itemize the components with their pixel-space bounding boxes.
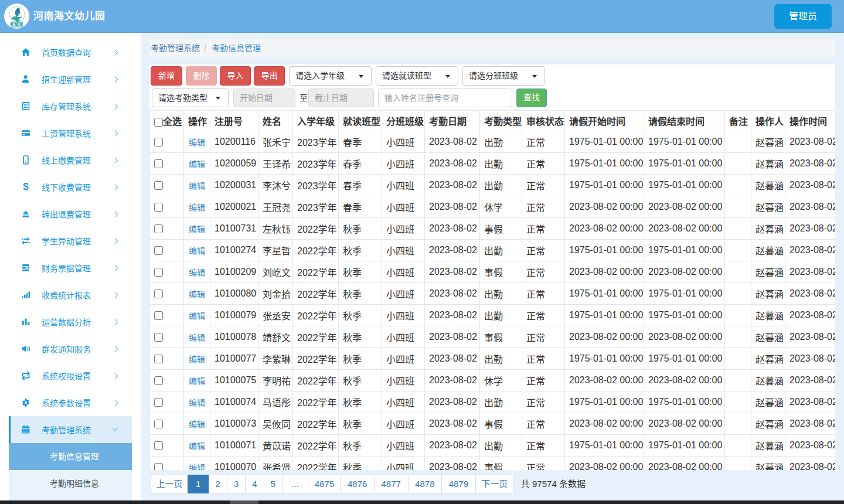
svg-text:SONG SHU JIA: SONG SHU JIA xyxy=(11,26,23,29)
